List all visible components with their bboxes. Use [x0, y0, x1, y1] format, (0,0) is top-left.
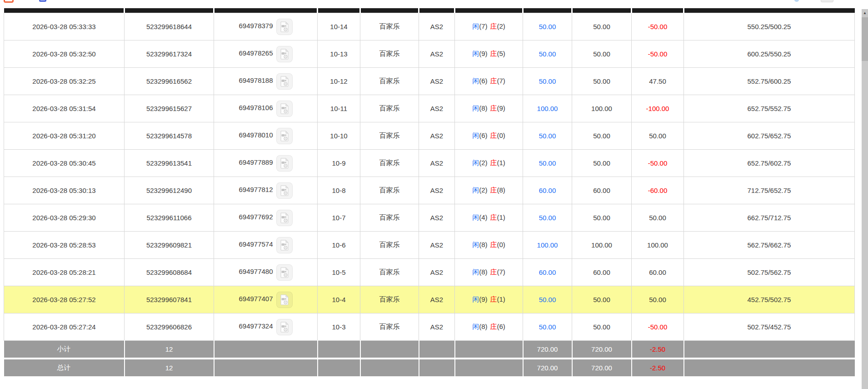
- result-player-label: 闲: [472, 77, 479, 85]
- cell-game-name: 百家乐: [360, 177, 419, 204]
- cell-round: 10-6: [318, 232, 360, 259]
- result-player-label: 闲: [472, 241, 479, 248]
- table-row[interactable]: 2026-03-28 05:30:45 523299613541 6949778…: [4, 150, 855, 177]
- result-player-score: (8): [479, 323, 487, 330]
- cell-balance: 552.75/600.25: [684, 68, 855, 95]
- cell-game-name: 百家乐: [360, 204, 419, 232]
- cell-bet-id: 523299606826: [125, 313, 214, 341]
- header-cell: [632, 8, 684, 13]
- table-row[interactable]: 2026-03-28 05:32:25 523299616562 6949781…: [4, 68, 855, 95]
- table-row[interactable]: 2026-03-28 05:33:33 523299618644 6949783…: [4, 13, 855, 40]
- result-banker-score: (0): [497, 131, 505, 139]
- video-replay-button[interactable]: [276, 73, 293, 90]
- cell-table-code: AS2: [419, 68, 455, 95]
- info-icon[interactable]: [794, 0, 799, 2]
- cell-game-id: 694977480: [214, 259, 318, 286]
- table-row[interactable]: 2026-03-28 05:27:24 523299606826 6949773…: [4, 313, 855, 341]
- toolbar-button[interactable]: [821, 0, 833, 2]
- empty-cell: [318, 359, 360, 376]
- cell-round: 10-8: [318, 177, 360, 204]
- cell-table-code: AS2: [419, 95, 455, 122]
- video-replay-button[interactable]: [276, 237, 293, 253]
- table-row[interactable]: 2026-03-28 05:31:54 523299615627 6949781…: [4, 95, 855, 122]
- subtotal-row: 小计 12 720.00 720.00 -2.50: [4, 341, 855, 358]
- video-replay-button[interactable]: [276, 128, 293, 144]
- records-table-footer: 小计 12 720.00 720.00 -2.50 总计 12: [4, 341, 855, 377]
- table-row[interactable]: 2026-03-28 05:31:20 523299614578 6949780…: [4, 122, 855, 150]
- empty-cell: [360, 341, 419, 358]
- scrollbar-up-button[interactable]: ▲: [862, 9, 868, 17]
- video-replay-button[interactable]: [276, 182, 293, 199]
- export-icon[interactable]: [4, 0, 14, 3]
- scrollbar-thumb[interactable]: [862, 17, 868, 61]
- cell-bet-time: 2026-03-28 05:29:30: [4, 204, 125, 232]
- cell-result: 闲(7)庄(2): [455, 13, 523, 40]
- result-player-score: (6): [479, 131, 487, 139]
- header-cell: [684, 8, 855, 13]
- cell-round: 10-11: [318, 95, 360, 122]
- cell-bet-time: 2026-03-28 05:30:45: [4, 150, 125, 177]
- game-id-text: 694978379: [239, 22, 273, 30]
- refresh-icon[interactable]: [39, 0, 46, 2]
- cell-win-loss: -100.00: [632, 95, 684, 122]
- video-file-icon: [280, 158, 289, 169]
- game-id-text: 694977324: [239, 322, 273, 330]
- cell-game-name: 百家乐: [360, 232, 419, 259]
- cell-game-name: 百家乐: [360, 122, 419, 150]
- video-replay-button[interactable]: [276, 155, 293, 172]
- bet-records-table: 2026-03-28 05:33:33 523299618644 6949783…: [4, 8, 854, 376]
- cell-valid-bet: 60.00: [523, 177, 572, 204]
- cell-game-id: 694977692: [214, 204, 318, 232]
- cell-bet-amount: 60.00: [572, 177, 632, 204]
- video-file-icon: [280, 240, 289, 251]
- total-win-loss: -2.50: [632, 359, 684, 376]
- table-row[interactable]: 2026-03-28 05:28:21 523299608684 6949774…: [4, 259, 855, 286]
- result-player-label: 闲: [472, 323, 479, 330]
- game-id-text: 694977480: [239, 268, 273, 275]
- result-banker-score: (9): [497, 104, 505, 112]
- game-id-text: 694977692: [239, 213, 273, 221]
- table-row[interactable]: 2026-03-28 05:27:52 523299607841 6949774…: [4, 286, 855, 313]
- header-cell: [214, 8, 318, 13]
- cell-bet-amount: 60.00: [572, 259, 632, 286]
- table-row[interactable]: 2026-03-28 05:28:53 523299609821 6949775…: [4, 232, 855, 259]
- cell-valid-bet: 100.00: [523, 232, 572, 259]
- cell-round: 10-13: [318, 40, 360, 68]
- video-replay-button[interactable]: [276, 210, 293, 226]
- cell-win-loss: 50.00: [632, 122, 684, 150]
- cell-bet-time: 2026-03-28 05:27:24: [4, 313, 125, 341]
- cell-table-code: AS2: [419, 204, 455, 232]
- result-player-score: (7): [479, 22, 487, 30]
- empty-cell: [684, 359, 855, 376]
- result-banker-score: (1): [497, 159, 505, 167]
- result-player-score: (9): [479, 50, 487, 57]
- video-replay-button[interactable]: [276, 101, 293, 117]
- cell-bet-id: 523299608684: [125, 259, 214, 286]
- cell-bet-id: 523299617324: [125, 40, 214, 68]
- cell-bet-id: 523299609821: [125, 232, 214, 259]
- cell-table-code: AS2: [419, 150, 455, 177]
- cell-bet-time: 2026-03-28 05:32:25: [4, 68, 125, 95]
- video-replay-button[interactable]: [276, 264, 293, 281]
- cell-bet-amount: 100.00: [572, 95, 632, 122]
- result-player-label: 闲: [472, 50, 479, 57]
- video-replay-button[interactable]: [276, 19, 293, 35]
- video-replay-button[interactable]: [276, 292, 293, 308]
- video-file-icon: [280, 131, 289, 141]
- cell-win-loss: -60.00: [632, 177, 684, 204]
- table-row[interactable]: 2026-03-28 05:30:13 523299612490 6949778…: [4, 177, 855, 204]
- video-replay-button[interactable]: [276, 46, 293, 62]
- video-file-icon: [280, 322, 289, 333]
- vertical-scrollbar[interactable]: ▲: [862, 9, 868, 389]
- cell-result: 闲(6)庄(0): [455, 122, 523, 150]
- cell-win-loss: 50.00: [632, 204, 684, 232]
- cell-bet-time: 2026-03-28 05:33:33: [4, 13, 125, 40]
- cell-bet-id: 523299611066: [125, 204, 214, 232]
- table-row[interactable]: 2026-03-28 05:29:30 523299611066 6949776…: [4, 204, 855, 232]
- cell-round: 10-3: [318, 313, 360, 341]
- video-replay-button[interactable]: [276, 319, 293, 335]
- cell-game-name: 百家乐: [360, 13, 419, 40]
- table-row[interactable]: 2026-03-28 05:32:50 523299617324 6949782…: [4, 40, 855, 68]
- video-file-icon: [280, 294, 289, 305]
- result-banker-label: 庄: [490, 295, 497, 303]
